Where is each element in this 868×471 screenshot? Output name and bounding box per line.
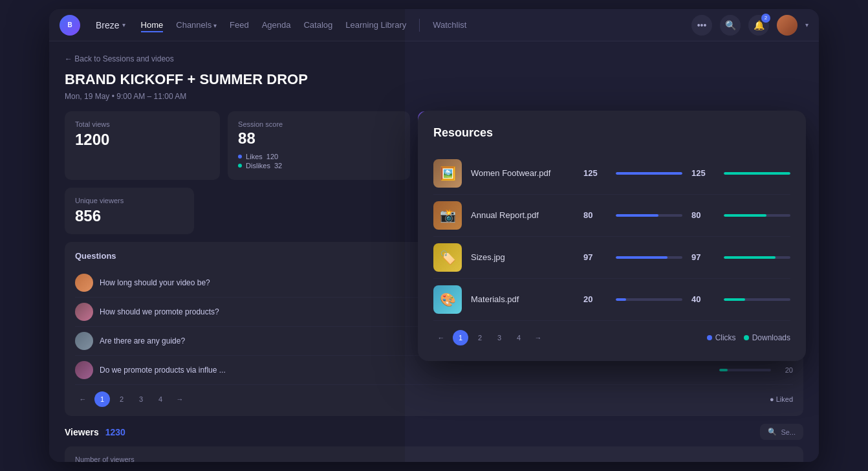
resource-downloads-bar-3 [724,256,790,259]
modal-page-4[interactable]: 4 [511,330,526,345]
resource-clicks-2: 80 [583,210,607,220]
resource-thumb-3: 🏷️ [433,243,462,272]
question-avatar-2 [75,303,93,321]
page-btn-1[interactable]: 1 [94,391,110,407]
resource-name-3: Sizes.jpg [471,252,574,262]
resource-downloads-bar-fill-2 [724,214,766,217]
viewers-count: 1230 [105,427,125,437]
resource-clicks-4: 20 [583,294,607,304]
resource-clicks-bar-fill-1 [616,172,682,175]
nav-agenda[interactable]: Agenda [262,17,291,32]
resource-thumb-emoji-1: 🖼️ [440,166,456,181]
resource-row-1: 🖼️ Women Footwear.pdf 125 125 [433,153,790,195]
brand-label: Breze [96,20,120,30]
session-score-card: Session score 88 Likes 120 Dislikes 32 [228,111,410,180]
resource-clicks-1: 125 [583,168,607,178]
dislikes-row: Dislikes 32 [238,162,400,170]
total-views-label: Total views [75,120,210,128]
modal-next-btn[interactable]: → [530,330,546,345]
nav-brand[interactable]: Breze ▾ [96,20,125,30]
modal-title: Resources [433,126,790,140]
resource-name-1: Women Footwear.pdf [471,168,574,178]
unique-viewers-label: Unique viewers [75,197,184,204]
modal-footer: ← 1 2 3 4 → Clicks Downloads [433,330,790,345]
session-score-value: 88 [238,129,400,148]
resource-downloads-bar-4 [724,298,790,301]
resource-clicks-bar-fill-4 [616,298,626,301]
legend: Clicks Downloads [707,333,790,342]
clicks-legend-label: Clicks [715,333,736,342]
resource-row-3: 🏷️ Sizes.jpg 97 97 [433,237,790,279]
unique-viewers-value: 856 [75,207,184,225]
resource-clicks-bar-fill-2 [616,214,658,217]
main-content: ← Back to Sessions and videos BRAND KICK… [49,41,819,462]
dislikes-label: Dislikes [246,162,270,170]
downloads-legend-dot [744,335,749,340]
page-btn-2[interactable]: 2 [114,391,129,407]
total-views-value: 1200 [75,131,210,149]
modal-page-3[interactable]: 3 [492,330,507,345]
nav-learning-library[interactable]: Learning Library [345,17,406,32]
nav-catalog[interactable]: Catalog [303,17,332,32]
resource-thumb-emoji-4: 🎨 [440,292,456,307]
page-btn-4[interactable]: 4 [153,391,168,407]
session-score-label: Session score [238,120,400,128]
resource-name-2: Annual Report.pdf [471,210,574,220]
resource-name-4: Materials.pdf [471,294,574,304]
nav-feed[interactable]: Feed [230,17,249,32]
prev-page-btn[interactable]: ← [75,391,91,407]
brand-chevron: ▾ [122,21,125,28]
question-avatar-1 [75,274,93,292]
likes-label: Likes [246,153,263,160]
likes-value: 120 [266,153,278,160]
back-link-text: ← Back to Sessions and videos [65,54,174,63]
next-page-btn[interactable]: → [172,391,188,407]
total-views-card: Total views 1200 [65,111,220,180]
modal-prev-btn[interactable]: ← [433,330,449,345]
resource-thumb-emoji-2: 📸 [440,208,456,223]
app-window: B Breze ▾ Home Channels Feed Agenda Cata… [49,9,819,462]
resource-downloads-bar-1 [724,172,790,175]
downloads-legend-item: Downloads [744,333,790,342]
logo[interactable]: B [60,15,80,36]
resource-downloads-bar-fill-3 [724,256,776,259]
resource-row-4: 🎨 Materials.pdf 20 40 [433,279,790,321]
resource-thumb-4: 🎨 [433,285,462,314]
resource-clicks-bar-4 [616,298,682,301]
resource-downloads-3: 97 [691,252,715,262]
unique-viewers-card: Unique viewers 856 [65,188,194,234]
resource-downloads-bar-2 [724,214,790,217]
downloads-legend-label: Downloads [752,333,790,342]
resource-clicks-3: 97 [583,252,607,262]
likes-row: Likes 120 [238,153,400,160]
modal-page-2[interactable]: 2 [472,330,488,345]
resource-thumb-1: 🖼️ [433,159,462,188]
resource-downloads-1: 125 [691,168,715,178]
resources-modal: Resources 🖼️ Women Footwear.pdf 125 125 [418,111,806,361]
likes-dot [238,155,242,159]
resource-thumb-emoji-3: 🏷️ [440,250,456,265]
dislikes-value: 32 [274,162,282,170]
dislikes-dot [238,164,242,168]
resource-clicks-bar-fill-3 [616,256,667,259]
modal-page-1[interactable]: 1 [453,330,468,345]
logo-text: B [67,21,72,28]
resource-row-2: 📸 Annual Report.pdf 80 80 [433,195,790,237]
page-btn-3[interactable]: 3 [133,391,149,407]
resource-downloads-bar-fill-4 [724,298,745,301]
resource-downloads-2: 80 [691,210,715,220]
clicks-legend-dot [707,335,712,340]
resource-clicks-bar-3 [616,256,682,259]
question-avatar-3 [75,332,93,350]
resource-clicks-bar-1 [616,172,682,175]
resource-thumb-2: 📸 [433,201,462,230]
nav-channels[interactable]: Channels [176,17,217,32]
nav-home[interactable]: Home [141,17,164,32]
resource-clicks-bar-2 [616,214,682,217]
resource-downloads-bar-fill-1 [724,172,790,175]
question-avatar-4 [75,361,93,379]
resource-downloads-4: 40 [691,294,715,304]
viewers-title: Viewers [65,427,99,437]
clicks-legend-item: Clicks [707,333,736,342]
modal-overlay: Resources 🖼️ Women Footwear.pdf 125 125 [405,9,819,462]
